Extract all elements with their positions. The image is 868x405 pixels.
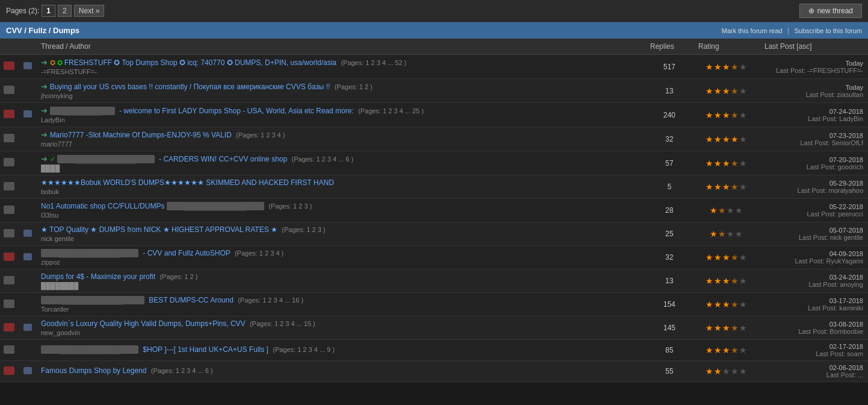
thread-title-link[interactable]: FRESHSTUFF ✪ Top Dumps Shop ✪ icq: 74077… bbox=[64, 58, 336, 67]
normal-icon bbox=[4, 229, 14, 237]
thread-author: mario7777 bbox=[41, 140, 640, 148]
lastpost-by: Last Post: goodrich bbox=[764, 163, 863, 171]
sub-icon bbox=[23, 367, 32, 374]
thread-title-cell: ➜ ✪ ✪ FRESHSTUFF ✪ Top Dumps Shop ✪ icq:… bbox=[36, 55, 645, 79]
author-link[interactable]: jhonnyking bbox=[41, 92, 73, 99]
thread-lastpost: 05-07-2018 Last Post: nick gentile bbox=[760, 222, 868, 246]
thread-rating: ★★★★★ bbox=[693, 103, 760, 127]
thread-title-link[interactable]: No1 Automatic shop CC/FULL/DUMPs bbox=[41, 202, 164, 210]
sub-icon bbox=[23, 62, 32, 69]
thread-rating: ★★★★★ bbox=[693, 316, 760, 340]
thread-replies: 32 bbox=[645, 246, 693, 269]
thread-replies: 32 bbox=[645, 127, 693, 151]
thread-rating: ★★★★★ bbox=[693, 293, 760, 316]
thread-arrow: ➜ bbox=[41, 82, 50, 91]
hot-icon bbox=[4, 323, 14, 331]
page-1-link[interactable]: 1 bbox=[42, 5, 55, 17]
lastpost-by: Last Post: ziasultan bbox=[764, 91, 863, 98]
pages-info: (Pages: 1 2 3 4 ... 52 ) bbox=[341, 59, 406, 66]
thread-lastpost: Today Last Post: ziasultan bbox=[760, 79, 868, 103]
author-link[interactable]: mario7777 bbox=[41, 140, 72, 148]
thread-title-link[interactable]: - CVV and Fullz AutoSHOP bbox=[141, 249, 231, 257]
sub-icon bbox=[23, 324, 32, 331]
author-link[interactable]: nick gentile bbox=[41, 235, 74, 242]
thread-title-cell: ➜ ████████ - welcome to First LADY Dumps… bbox=[36, 103, 645, 127]
thread-title-cell: ➜ Buying all your US cvvs bases !! const… bbox=[36, 79, 645, 103]
thread-title-link[interactable]: $HOP ]---[ 1st Hand UK+CA+US Fulls ] bbox=[141, 345, 268, 354]
page-2-link[interactable]: 2 bbox=[58, 5, 72, 17]
forum-header: CVV / Fullz / Dumps Mark this forum read… bbox=[0, 22, 868, 39]
author-link[interactable]: zippoz bbox=[41, 259, 60, 266]
author-link[interactable]: bobuk bbox=[41, 188, 59, 195]
subscribe-link[interactable]: Subscribe to this forum bbox=[795, 27, 863, 34]
hot-icon bbox=[4, 253, 14, 261]
thread-title-link[interactable]: Famous Dumps Shop by Legend bbox=[41, 366, 146, 375]
forum-breadcrumb: CVV / Fullz / Dumps bbox=[6, 26, 79, 35]
thread-author: nick gentile bbox=[41, 235, 640, 242]
thread-lastpost: 07-20-2018 Last Post: goodrich bbox=[760, 151, 868, 175]
thread-title-link[interactable]: ★ TOP Quality ★ DUMPS from NICK ★ HIGHES… bbox=[41, 225, 277, 234]
thread-title-wrapper: ➜ Buying all your US cvvs bases !! const… bbox=[41, 82, 640, 91]
thread-author: zippoz bbox=[41, 259, 640, 266]
lastpost-date: 07-24-2018 bbox=[764, 108, 863, 115]
thread-icon-cell bbox=[0, 79, 18, 103]
table-row: ████████████ - CVV and Fullz AutoSHOP (P… bbox=[0, 246, 868, 269]
hot-icon bbox=[4, 366, 14, 375]
thread-icon-cell bbox=[0, 199, 18, 222]
thread-icon-cell bbox=[0, 127, 18, 151]
sub-icon bbox=[23, 253, 32, 260]
thread-lastpost: 04-09-2018 Last Post: RyukYagami bbox=[760, 246, 868, 269]
thread-table: Thread / Author Replies Rating Last Post… bbox=[0, 39, 868, 382]
thread-lastpost: 03-08-2018 Last Post: Bomboobie bbox=[760, 316, 868, 340]
thread-title-cell: ★ TOP Quality ★ DUMPS from NICK ★ HIGHES… bbox=[36, 222, 645, 246]
thread-rating: ★★★★ bbox=[693, 199, 760, 222]
table-row: Dumps for 4$ - Maximize your profit (Pag… bbox=[0, 269, 868, 293]
thread-sub-icon-cell bbox=[18, 127, 36, 151]
thread-author: -=FRESHSTUFF=- bbox=[41, 68, 640, 75]
thread-title-link[interactable]: BEST DUMPS-CC Around bbox=[147, 296, 234, 304]
thread-title-cell: ➜ Mario7777 -Slot Machine Of Dumps-ENJOY… bbox=[36, 127, 645, 151]
next-page-link[interactable]: Next » bbox=[74, 5, 105, 17]
lastpost-date: 03-24-2018 bbox=[764, 274, 863, 281]
new-thread-button[interactable]: ⊕ new thread bbox=[799, 4, 862, 18]
author-link[interactable]: l33tsu bbox=[41, 212, 58, 219]
thread-replies: 154 bbox=[645, 293, 693, 316]
thread-rating: ★★★★★ bbox=[693, 79, 760, 103]
author-link[interactable]: ████████ bbox=[41, 282, 78, 289]
th-icon bbox=[0, 39, 36, 55]
author-link[interactable]: new_goodvin bbox=[41, 329, 80, 336]
author-link[interactable]: -=FRESHSTUFF=- bbox=[41, 68, 97, 75]
thread-title-link[interactable]: ★★★★★★Bobuk WORLD'S DUMPS★★★★★★ SKIMMED … bbox=[41, 178, 334, 187]
lastpost-date: 05-22-2018 bbox=[764, 203, 863, 210]
thread-title-link[interactable]: Mario7777 -Slot Machine Of Dumps-ENJOY-9… bbox=[50, 131, 232, 139]
author-link[interactable]: ████ bbox=[41, 165, 60, 172]
table-row: No1 Automatic shop CC/FULL/DUMPs ███████… bbox=[0, 199, 868, 222]
table-row: ➜ ✓ ████████████ - CARDERS WIN! CC+CVV o… bbox=[0, 151, 868, 175]
normal-icon bbox=[4, 134, 14, 142]
thread-title-wrapper: ➜ ✪ ✪ FRESHSTUFF ✪ Top Dumps Shop ✪ icq:… bbox=[41, 58, 640, 67]
thread-replies: 85 bbox=[645, 340, 693, 361]
thread-replies: 13 bbox=[645, 269, 693, 293]
author-link[interactable]: LadyBin bbox=[41, 116, 65, 124]
normal-icon bbox=[4, 300, 14, 308]
thread-title-link[interactable]: Buying all your US cvvs bases !! constan… bbox=[50, 83, 330, 91]
thread-rating: ★★★★★ bbox=[693, 246, 760, 269]
normal-icon bbox=[4, 276, 14, 284]
thread-title-link[interactable]: - welcome to First LADY Dumps Shop - USA… bbox=[117, 107, 354, 115]
table-row: Famous Dumps Shop by Legend (Pages: 1 2 … bbox=[0, 361, 868, 382]
thread-title-link[interactable]: Dumps for 4$ - Maximize your profit bbox=[41, 272, 155, 281]
lastpost-date: Today bbox=[764, 60, 863, 67]
blurred-text: ████████████ bbox=[41, 249, 138, 257]
thread-title-wrapper: Goodvin`s Luxury Quality High Valid Dump… bbox=[41, 319, 640, 328]
thread-sub-icon-cell bbox=[18, 316, 36, 340]
lastpost-date: 04-09-2018 bbox=[764, 250, 863, 257]
mark-read-link[interactable]: Mark this forum read bbox=[722, 27, 783, 34]
th-lastpost[interactable]: Last Post [asc] bbox=[760, 39, 868, 55]
pages-info: (Pages: 1 2 3 4 ... 6 ) bbox=[151, 367, 213, 374]
author-link[interactable]: Torcarder bbox=[41, 306, 69, 313]
thread-rating: ★★★★★ bbox=[693, 340, 760, 361]
thread-title-link[interactable]: Goodvin`s Luxury Quality High Valid Dump… bbox=[41, 319, 246, 328]
blurred-suffix: ████████████ bbox=[167, 202, 264, 210]
thread-title-link[interactable]: - CARDERS WIN! CC+CVV online shop bbox=[157, 155, 287, 163]
lastpost-by: Last Post: moralyahoo bbox=[764, 187, 863, 194]
